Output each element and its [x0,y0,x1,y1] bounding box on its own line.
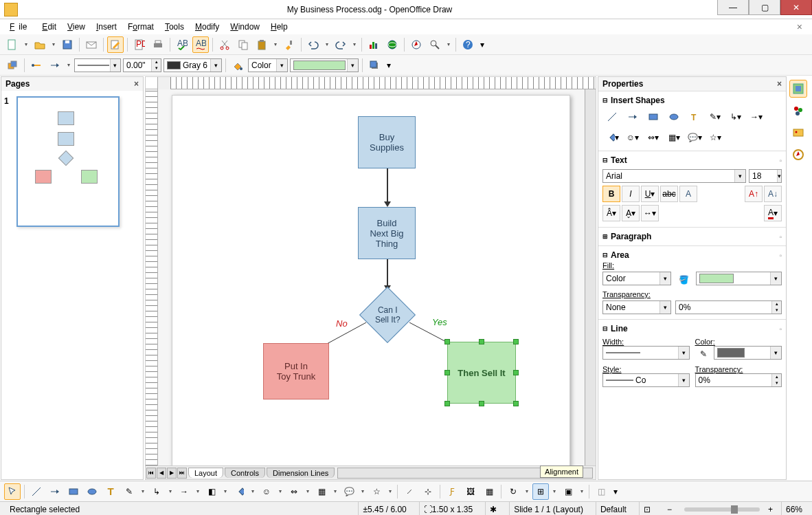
shadow-button[interactable] [366,57,383,74]
collapse-icon[interactable]: ⊟ [602,97,608,104]
drawing-canvas[interactable]: Buy Supplies Build Next Big Thing Can I … [158,89,585,465]
basic-shapes-tool[interactable] [231,483,247,500]
increase-font-button[interactable]: A↑ [745,186,763,202]
pencil-icon[interactable]: ✎ [695,346,712,362]
rect-tool[interactable] [65,483,82,500]
maximize-button[interactable]: ▢ [749,0,780,15]
minimize-button[interactable]: — [717,0,749,15]
shape-callout[interactable]: 💬▾ [685,130,704,145]
shape-rect[interactable] [644,109,663,124]
open-button[interactable] [32,36,48,53]
flow-box-build[interactable]: Build Next Big Thing [358,207,416,259]
edit-mode-button[interactable] [107,36,124,53]
super-text-button[interactable]: Â▾ [602,205,620,221]
undo-dropdown[interactable]: ▾ [324,41,330,47]
block-dropdown[interactable]: ▾ [304,488,311,494]
redo-button[interactable] [332,36,349,53]
zoom-level[interactable]: 66% [781,502,807,515]
save-button[interactable] [59,36,76,53]
line-style-combo[interactable]: ▾ [74,58,121,72]
document-close-button[interactable]: × [793,20,807,34]
text-tool[interactable]: T [102,483,119,500]
sel-handle[interactable] [444,401,450,406]
font-color-button[interactable]: A▾ [764,205,782,221]
more-options-icon[interactable]: ▫ [779,233,782,241]
menu-help[interactable]: Help [267,21,292,33]
alignment-dropdown[interactable]: ▾ [551,488,558,494]
shape-symbol[interactable]: ☺▾ [623,130,642,145]
vertical-ruler[interactable] [146,89,158,465]
tab-layout[interactable]: Layout [188,468,223,478]
menu-modify[interactable]: Modify [191,21,223,33]
flowchart-dropdown[interactable]: ▾ [332,488,339,494]
shape-lines[interactable]: →▾ [747,109,766,124]
tab-nav-next[interactable]: ▶ [167,468,177,479]
transparency-value[interactable]: 0%▴▾ [675,300,782,314]
connector-tool[interactable]: ↳ [148,483,165,500]
3d-tool[interactable]: ◧ [203,483,220,500]
star-tool[interactable]: ☆ [368,483,385,500]
open-dropdown[interactable]: ▾ [50,41,57,47]
connector-dropdown[interactable]: ▾ [167,488,174,494]
zoom-fit-button[interactable]: ⊡ [639,502,655,515]
arrange-dropdown[interactable]: ▾ [578,488,585,494]
copy-button[interactable] [235,36,251,53]
bottom-toolbar-more[interactable]: ▾ [611,483,620,500]
format-paintbrush-button[interactable] [281,36,297,53]
expand-icon[interactable]: ⊞ [602,233,608,240]
pages-close-icon[interactable]: × [134,79,139,89]
more-options-icon[interactable]: ▫ [779,252,782,259]
sub-text-button[interactable]: A̬▾ [622,205,640,221]
export-pdf-button[interactable]: PDF [131,36,148,53]
flow-box-yes[interactable]: Then Sell It [447,342,516,404]
vertical-scrollbar[interactable] [585,89,596,465]
hyperlink-button[interactable] [384,36,401,53]
line-color-combo[interactable]: Gray 6▾ [163,58,222,72]
shape-curve[interactable]: ✎▾ [706,109,725,124]
more-options-icon[interactable]: ▫ [779,157,782,164]
basic-dropdown[interactable]: ▾ [249,488,256,494]
more-options-icon[interactable]: ▫ [779,325,782,333]
flowchart-tool[interactable]: ▦ [313,483,330,500]
fill-mode-select[interactable]: Color▾ [602,272,671,285]
navigator-button[interactable] [408,36,425,53]
paste-button[interactable] [253,36,270,53]
arrow-tool[interactable] [47,483,63,500]
fontwork-tool[interactable]: Ƒ [444,483,460,500]
redo-dropdown[interactable]: ▾ [351,41,358,47]
toolbar2-more-button[interactable]: ▾ [385,57,393,74]
3d-dropdown[interactable]: ▾ [222,488,229,494]
sel-handle[interactable] [479,401,484,406]
arrange-button[interactable] [4,57,21,74]
decrease-font-button[interactable]: A↓ [764,186,782,202]
mail-button[interactable] [83,36,100,53]
curve-tool[interactable]: ✎ [121,483,137,500]
zoom-dropdown[interactable]: ▾ [445,41,452,47]
line-tool[interactable] [28,483,45,500]
toolbar-more-button[interactable]: ▾ [478,36,486,53]
sidebar-properties-icon[interactable] [789,80,807,98]
lines-dropdown[interactable]: ▾ [194,488,201,494]
sidebar-navigator-icon[interactable] [789,146,807,164]
zoom-out-button[interactable]: − [663,502,676,515]
font-size-combo[interactable]: 18▾ [749,169,782,183]
shape-connector[interactable]: ↳▾ [726,109,745,124]
close-button[interactable]: ✕ [780,0,812,15]
sidebar-styles-icon[interactable] [789,102,807,120]
line-width-spinner[interactable]: 0.00"▴▾ [123,58,161,72]
tab-controls[interactable]: Controls [225,468,265,478]
line-transp-spinner[interactable]: 0%▴▾ [695,373,782,387]
menu-view[interactable]: View [63,21,89,33]
transparency-mode[interactable]: None▾ [602,300,671,314]
fill-mode-combo[interactable]: Color▾ [248,58,288,72]
line-color-select[interactable]: ▾ [714,346,782,360]
chart-button[interactable] [365,36,382,53]
zoom-slider[interactable] [684,507,760,512]
tab-nav-first[interactable]: ⏮ [146,468,156,479]
bold-button[interactable]: B [602,186,620,202]
shape-arrow[interactable] [623,109,642,124]
edit-points-tool[interactable]: ⟋ [401,483,418,500]
arrange-tool[interactable]: ▣ [560,483,576,500]
shape-basic[interactable]: ▾ [602,130,622,145]
spellcheck-button[interactable]: ABC [174,36,190,53]
